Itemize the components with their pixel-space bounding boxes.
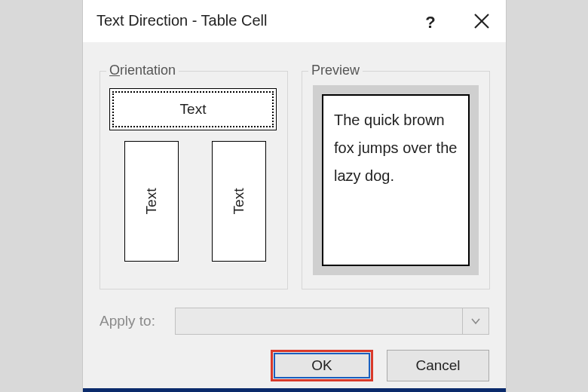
help-button[interactable]: ?: [415, 11, 446, 35]
apply-to-row: Apply to:: [100, 306, 489, 336]
apply-to-dropdown[interactable]: [175, 308, 489, 335]
ok-button-label: OK: [311, 357, 332, 374]
orientation-option-text: Text: [180, 101, 207, 118]
dialog-body: Orientation Text Text Text Preview The q…: [83, 42, 506, 392]
text-direction-dialog: Text Direction - Table Cell ? Orientatio…: [82, 0, 507, 392]
dialog-title: Text Direction - Table Cell: [96, 12, 267, 29]
apply-to-label: Apply to:: [100, 313, 175, 329]
orientation-option-vertical-down[interactable]: Text: [212, 141, 266, 262]
bottom-accent-bar: [83, 388, 506, 392]
preview-frame: The quick brown fox jumps over the lazy …: [313, 85, 479, 275]
orientation-option-text: Text: [143, 188, 160, 215]
orientation-option-vertical-up[interactable]: Text: [124, 141, 179, 262]
preview-label: Preview: [308, 63, 363, 78]
preview-group: Preview The quick brown fox jumps over t…: [302, 71, 490, 289]
ok-button[interactable]: OK: [271, 350, 373, 381]
orientation-label: Orientation: [106, 63, 179, 78]
orientation-group: Orientation Text Text Text: [100, 71, 288, 289]
chevron-down-icon: [462, 308, 488, 334]
close-icon: [467, 8, 497, 35]
dialog-buttons: OK Cancel: [83, 350, 489, 381]
title-bar: Text Direction - Table Cell ?: [83, 0, 506, 42]
cancel-button[interactable]: Cancel: [387, 350, 489, 381]
orientation-option-text: Text: [231, 188, 247, 215]
orientation-option-horizontal[interactable]: Text: [109, 88, 277, 130]
close-button[interactable]: [467, 8, 497, 35]
cancel-button-label: Cancel: [415, 357, 460, 374]
preview-text: The quick brown fox jumps over the lazy …: [322, 94, 470, 266]
